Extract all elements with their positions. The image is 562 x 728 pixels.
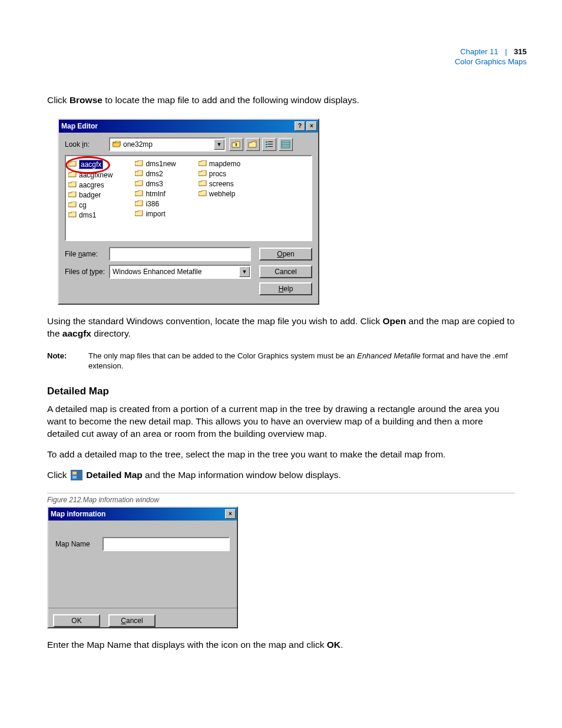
lookin-select[interactable]: one32mp ▼ xyxy=(109,137,226,151)
figure-caption: Figure 212.Map information window xyxy=(47,493,515,504)
file-type-label: Files of type: xyxy=(65,268,109,276)
map-name-label: Map Name xyxy=(55,540,103,548)
folder-item[interactable]: cg xyxy=(68,201,113,209)
page-number: 315 xyxy=(514,47,527,56)
folder-item[interactable]: aacgfx xyxy=(68,160,113,169)
cancel-button[interactable]: Cancel xyxy=(108,614,156,627)
paragraph-3: A detailed map is created from a portion… xyxy=(47,403,515,440)
dialog-title: Map Editor xyxy=(61,122,98,130)
paragraph-5: Click Detailed Map and the Map informati… xyxy=(47,469,515,482)
note-label: Note: xyxy=(47,351,88,371)
dialog-title: Map information xyxy=(51,510,105,518)
svg-rect-4 xyxy=(268,144,273,144)
close-icon[interactable]: × xyxy=(306,121,317,131)
section-heading: Detailed Map xyxy=(47,386,515,397)
file-name-label: File name: xyxy=(65,250,109,258)
folder-item[interactable]: import xyxy=(135,210,176,218)
help-button[interactable]: Help xyxy=(259,282,312,295)
open-folder-icon xyxy=(113,141,121,147)
intro-paragraph-1: Click Browse to locate the map file to a… xyxy=(47,94,515,107)
map-name-input[interactable] xyxy=(103,537,230,551)
chapter-label: Chapter 11 xyxy=(460,47,498,56)
folder-item[interactable]: aacgfxnew xyxy=(68,171,113,179)
folder-item[interactable]: dms1new xyxy=(135,160,176,168)
map-editor-dialog: Map Editor ? × Look in: one32mp ▼ xyxy=(58,118,319,305)
ok-button[interactable]: OK xyxy=(53,614,100,627)
file-list[interactable]: aacgfx aacgfxnew aacgres badger cg dms1 … xyxy=(65,155,312,241)
folder-item[interactable]: i386 xyxy=(135,200,176,208)
titlebar[interactable]: Map Editor ? × xyxy=(59,120,318,133)
svg-rect-3 xyxy=(268,141,273,142)
folder-item[interactable]: aacgres xyxy=(68,181,113,189)
new-folder-icon[interactable] xyxy=(246,138,260,151)
up-folder-icon[interactable] xyxy=(229,138,243,151)
file-name-input[interactable] xyxy=(109,247,251,261)
folder-item[interactable]: dms3 xyxy=(135,180,176,188)
titlebar[interactable]: Map information × xyxy=(48,508,237,521)
note-block: Note: The only map files that can be add… xyxy=(47,351,515,371)
svg-rect-1 xyxy=(266,144,267,145)
chevron-down-icon[interactable]: ▼ xyxy=(214,139,224,150)
folder-item[interactable]: dms1 xyxy=(68,211,113,219)
paragraph-2: Using the standard Windows convention, l… xyxy=(47,315,515,340)
cancel-button[interactable]: Cancel xyxy=(259,265,312,278)
open-button[interactable]: Open xyxy=(259,248,312,261)
folder-item[interactable]: screens xyxy=(199,180,240,188)
page-header: Chapter 11 | 315 Color Graphics Maps xyxy=(455,47,527,67)
section-label: Color Graphics Maps xyxy=(455,57,527,67)
folder-item[interactable]: dms2 xyxy=(135,170,176,178)
list-view-icon[interactable] xyxy=(262,138,276,151)
svg-rect-2 xyxy=(266,146,267,147)
file-type-select[interactable]: Windows Enhanced Metafile ▼ xyxy=(109,265,251,279)
folder-item[interactable]: badger xyxy=(68,191,113,199)
paragraph-6: Enter the Map Name that displays with th… xyxy=(47,639,515,651)
detailed-map-icon xyxy=(71,470,82,480)
folder-item[interactable]: procs xyxy=(199,170,240,178)
map-information-dialog: Map information × Map Name OK Cancel xyxy=(47,506,238,628)
folder-item[interactable]: mapdemo xyxy=(199,160,240,168)
paragraph-4: To add a detailed map to the tree, selec… xyxy=(47,449,515,461)
folder-item[interactable]: htmInf xyxy=(135,190,176,198)
svg-rect-5 xyxy=(268,146,273,147)
chevron-down-icon[interactable]: ▼ xyxy=(239,266,250,277)
folder-item[interactable]: webhelp xyxy=(199,190,240,198)
details-view-icon[interactable] xyxy=(279,138,293,151)
lookin-label: Look in: xyxy=(65,140,109,149)
svg-rect-0 xyxy=(266,141,267,143)
close-icon[interactable]: × xyxy=(225,509,236,519)
help-icon[interactable]: ? xyxy=(295,121,305,131)
